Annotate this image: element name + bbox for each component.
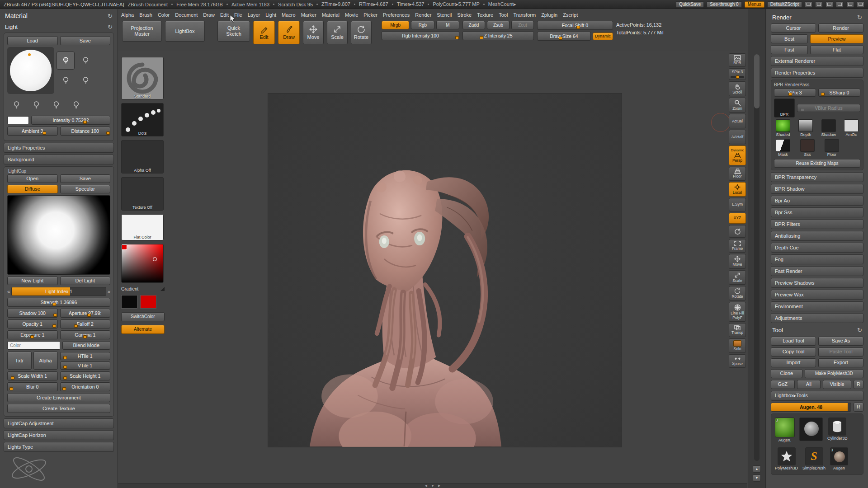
tool-item-simplebrush[interactable]: S SimpleBrush	[802, 447, 826, 471]
specular-tab[interactable]: Specular	[60, 185, 111, 193]
alpha-selector[interactable]: Alpha Off	[121, 140, 164, 174]
m-button[interactable]: M	[436, 21, 459, 29]
orientation-slider[interactable]: Orientation 0	[60, 382, 111, 391]
scroll-left-arrow-icon[interactable]: ◀	[425, 484, 427, 488]
light-placement-sphere[interactable]	[7, 47, 54, 94]
polyframe-button[interactable]: Line Fill PolyF	[729, 302, 746, 322]
vblur-radius-slider[interactable]: VBlur Radius	[797, 104, 860, 112]
scale-height-slider[interactable]: Scale Height 1	[60, 371, 111, 380]
default-zscript-button[interactable]: DefaultZScript	[767, 1, 802, 8]
export-button[interactable]: Export	[818, 358, 863, 367]
menu-color[interactable]: Color	[156, 11, 172, 19]
menu-document[interactable]: Document	[173, 11, 200, 19]
render-properties-section[interactable]: Render Properties	[771, 68, 863, 78]
alpha-button[interactable]: Alpha	[33, 352, 58, 370]
light-load-button[interactable]: Load	[7, 36, 58, 45]
gamma-slider[interactable]: Gamma 1	[60, 330, 111, 339]
bpr-ssharp-slider[interactable]: SSharp 0	[818, 89, 860, 97]
right-panel-scrollbar[interactable]	[754, 54, 760, 461]
pass-mask[interactable]: Mask	[774, 139, 792, 157]
exposure-slider[interactable]: Exposure 1	[7, 330, 58, 339]
floor-grid-button[interactable]: Floor	[729, 167, 746, 180]
goz-r-button[interactable]: R	[854, 380, 863, 389]
palette-icon[interactable]	[836, 1, 844, 8]
zadd-button[interactable]: Zadd	[462, 21, 485, 29]
aa-half-button[interactable]: AAHalf	[729, 130, 746, 144]
local-transform-button[interactable]: Local	[729, 182, 746, 197]
menu-light[interactable]: Light	[263, 11, 278, 19]
shadow-slider[interactable]: Shadow 100	[7, 309, 58, 318]
bpr-spix-slider[interactable]: SPix 3	[774, 89, 816, 97]
menu-draw[interactable]: Draw	[201, 11, 217, 19]
paste-tool-button[interactable]: Paste Tool	[818, 347, 863, 357]
xyz-symmetry-button[interactable]: XYZ	[729, 213, 746, 224]
palette-icon[interactable]	[857, 1, 864, 8]
render-button[interactable]: Render	[818, 23, 863, 33]
lights-type-section[interactable]: Lights Type	[4, 442, 114, 452]
projection-master-button[interactable]: Projection Master	[122, 21, 162, 42]
restore-configuration-icon[interactable]: ↻	[857, 14, 862, 21]
bpr-transparency-section[interactable]: BPR Transparency	[771, 172, 863, 182]
menu-render[interactable]: Render	[413, 11, 434, 19]
make-polymesh3d-button[interactable]: Make PolyMesh3D	[805, 369, 863, 378]
flat-color-selector[interactable]: Flat Color	[121, 214, 164, 240]
light-toggle-7[interactable]	[47, 96, 65, 114]
copy-tool-button[interactable]: Copy Tool	[771, 347, 816, 357]
lightbox-tools-section[interactable]: Lightbox▸Tools	[771, 391, 863, 401]
txtr-button[interactable]: Txtr	[7, 352, 32, 370]
blur-slider[interactable]: Blur 0	[7, 382, 58, 391]
restore-configuration-icon[interactable]: ↻	[857, 327, 862, 333]
menu-alpha[interactable]: Alpha	[119, 11, 136, 19]
scroll-right-arrow-icon[interactable]: ▶	[438, 484, 440, 488]
canvas-area[interactable]: ◀ ▾ ▶	[118, 51, 747, 488]
lightcap-color-picker[interactable]: Color	[7, 341, 60, 350]
environment-section[interactable]: Environment	[771, 301, 863, 311]
preview-shadows-section[interactable]: Preview Shadows	[771, 278, 863, 288]
reuse-existing-maps-button[interactable]: Reuse Existing Maps	[774, 159, 860, 168]
lightcap-preview[interactable]	[7, 195, 110, 275]
rotate-view-button[interactable]: Rotate	[729, 286, 746, 300]
xpose-button[interactable]: Xpose	[729, 354, 746, 368]
menu-stroke[interactable]: Stroke	[455, 11, 474, 19]
main-color-swatch[interactable]	[121, 295, 137, 309]
clone-button[interactable]: Clone	[771, 369, 802, 378]
aperture-slider[interactable]: Aperture 97.99:	[60, 309, 111, 318]
menu-marker[interactable]: Marker	[299, 11, 319, 19]
actual-size-button[interactable]: Actual	[729, 114, 746, 128]
menu-stencil[interactable]: Stencil	[434, 11, 454, 19]
spix-slider[interactable]: SPix 3	[729, 68, 746, 80]
quick-sketch-button[interactable]: Quick Sketch	[217, 21, 250, 42]
rgb-intensity-slider[interactable]: Rgb Intensity 100	[382, 31, 459, 40]
pivot-spin-button[interactable]	[729, 225, 746, 238]
htile-slider[interactable]: HTile 1	[60, 352, 111, 360]
fog-section[interactable]: Fog	[771, 254, 863, 264]
texture-selector[interactable]: Texture Off	[121, 177, 164, 211]
scale-view-button[interactable]: Scale	[729, 270, 746, 285]
menu-edit[interactable]: Edit	[218, 11, 231, 19]
bpr-thumbnail-button[interactable]: BPR	[774, 99, 795, 117]
dynamic-persp-button[interactable]: Dynamic Persp	[729, 145, 746, 165]
tool-item-preview-sphere[interactable]	[799, 418, 823, 441]
background-section[interactable]: Background	[4, 155, 114, 164]
del-light-button[interactable]: Del Light	[60, 277, 111, 285]
cursor-render-button[interactable]: Cursor	[771, 23, 816, 33]
switch-color-button[interactable]: SwitchColor	[121, 312, 165, 321]
pass-floor[interactable]: Floor	[823, 139, 841, 157]
document-canvas[interactable]	[268, 93, 622, 447]
menu-picker[interactable]: Picker	[361, 11, 380, 19]
palette-icon[interactable]	[805, 1, 812, 8]
menu-preferences[interactable]: Preferences	[381, 11, 412, 19]
light-color-swatch[interactable]	[7, 116, 29, 124]
new-light-button[interactable]: New Light	[7, 277, 58, 285]
blend-mode-button[interactable]: Blend Mode	[62, 341, 111, 350]
antialiasing-section[interactable]: Antialiasing	[771, 231, 863, 241]
pass-shadow[interactable]: Shadow	[820, 119, 838, 137]
gradient-label[interactable]: Gradient	[121, 286, 138, 291]
tool-item-augen2[interactable]: 3 Augen	[830, 447, 848, 471]
light-intensity-slider[interactable]: Intensity 0.75282	[31, 116, 110, 125]
light-toggle-8[interactable]	[67, 96, 85, 114]
local-symmetry-button[interactable]: L.Sym	[729, 198, 746, 211]
brush-selector[interactable]: Standard	[121, 57, 164, 99]
menu-texture[interactable]: Texture	[475, 11, 495, 19]
load-tool-button[interactable]: Load Tool	[771, 337, 816, 346]
